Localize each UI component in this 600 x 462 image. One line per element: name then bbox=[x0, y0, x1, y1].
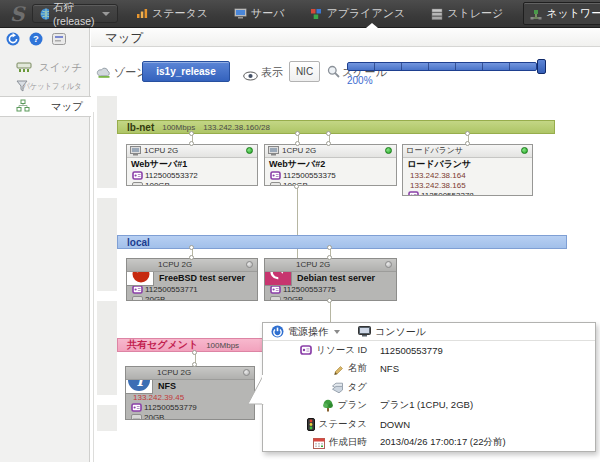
tree-icon bbox=[322, 399, 334, 412]
console-label: コンソール bbox=[375, 325, 426, 339]
popup-callout-arrow bbox=[247, 374, 264, 405]
server-detail-popup: 電源操作 コンソール リソース ID 112500553779 名前 NFS bbox=[262, 322, 596, 452]
power-icon bbox=[271, 325, 284, 338]
connector-dot bbox=[465, 141, 470, 146]
connector-dot bbox=[327, 298, 332, 303]
resource-id-row: 112500553771 bbox=[127, 285, 257, 294]
status-dot-up bbox=[385, 147, 392, 154]
popup-row-label: 名前 bbox=[348, 362, 367, 375]
switch-icon bbox=[16, 61, 32, 75]
popup-row-name: 名前 NFS bbox=[263, 360, 595, 379]
pen-icon bbox=[332, 363, 344, 375]
id-card-icon bbox=[270, 285, 281, 294]
status-chart-icon bbox=[136, 8, 148, 19]
zone-selector-label: 石狩(release) bbox=[53, 1, 98, 27]
tag-icon bbox=[331, 382, 344, 393]
brand-logo: S bbox=[10, 1, 24, 27]
segment-local[interactable]: local bbox=[117, 235, 567, 249]
id-card-icon bbox=[132, 171, 143, 180]
server-node-web1[interactable]: 1CPU 2G Webサーバ#1 112500553372 100GB bbox=[126, 144, 258, 186]
zone-selector-button[interactable]: 石狩(release) bbox=[32, 4, 117, 23]
menu-item-label: ストレージ bbox=[447, 6, 503, 21]
resource-id: 112500553771 bbox=[145, 285, 198, 294]
network-icon bbox=[530, 8, 542, 20]
sidebar-item-packet-filter[interactable]: パケットフィルタ bbox=[0, 78, 90, 96]
server-node-freebsd[interactable]: 1CPU 2G FreeBSD test server 112500553771… bbox=[126, 258, 258, 301]
load-balancer-node[interactable]: ロードバランサ ロードバランサ 133.242.38.164 133.242.3… bbox=[402, 144, 533, 196]
nic-view-button[interactable]: NIC bbox=[289, 61, 320, 82]
connector-dot bbox=[189, 255, 194, 260]
nic-view-label: NIC bbox=[296, 66, 313, 77]
menu-item-appliance[interactable]: アプライアンス bbox=[304, 3, 411, 24]
popup-row-label: リソース ID bbox=[316, 344, 367, 357]
appliance-icon bbox=[310, 8, 322, 20]
server-node-web2[interactable]: 1CPU 2G Webサーバ#2 112500553375 100GB bbox=[264, 144, 397, 186]
connector-dot bbox=[327, 245, 332, 250]
id-card-icon bbox=[408, 191, 419, 196]
server-node-nfs[interactable]: f 1CPU 2G NFS 133.242.39.45 112500553779… bbox=[125, 366, 255, 420]
id-card-icon bbox=[132, 285, 143, 294]
zone-value-button[interactable]: is1y_release bbox=[142, 61, 230, 82]
id-card-icon bbox=[300, 345, 312, 355]
traffic-light-icon bbox=[307, 418, 315, 431]
connector-dot bbox=[294, 184, 299, 189]
sidebar-item-map[interactable]: マップ bbox=[0, 96, 91, 117]
scale-slider-handle[interactable] bbox=[537, 59, 546, 74]
disk-size: 20GB bbox=[144, 413, 164, 420]
disk-row: 100GB bbox=[265, 181, 396, 186]
disk-icon bbox=[270, 182, 281, 187]
menu-item-status[interactable]: ステータス bbox=[130, 3, 214, 24]
sidebar-toolbar: ? bbox=[5, 31, 67, 47]
console-button[interactable]: コンソール bbox=[358, 325, 426, 339]
server-spec: 1CPU 2G bbox=[296, 259, 330, 271]
sidebar-item-label: スイッチ bbox=[39, 61, 82, 75]
menu-item-server[interactable]: サーバ bbox=[228, 3, 291, 24]
chevron-down-icon bbox=[102, 12, 110, 16]
magnifier-icon bbox=[327, 64, 340, 82]
segment-speed: 100Mbps bbox=[206, 341, 239, 350]
server-spec: 1CPU 2G bbox=[144, 145, 178, 157]
resource-id: 112500553372 bbox=[145, 171, 198, 180]
popup-row-label: 作成日時 bbox=[329, 436, 367, 449]
storage-icon bbox=[431, 8, 443, 20]
segment-name: local bbox=[127, 237, 150, 248]
disk-icon bbox=[270, 296, 281, 302]
sidebar-item-label: マップ bbox=[51, 100, 83, 114]
segment-name: lb-net bbox=[127, 122, 154, 133]
menu-item-storage[interactable]: ストレージ bbox=[425, 3, 509, 24]
globe-icon bbox=[40, 8, 49, 20]
status-dot-up bbox=[521, 147, 528, 154]
menu-item-label: サーバ bbox=[251, 6, 285, 21]
content-header: マップ bbox=[91, 28, 600, 47]
menu-item-label: ステータス bbox=[152, 6, 208, 21]
help-button[interactable]: ? bbox=[28, 31, 44, 47]
disk-icon bbox=[132, 182, 143, 187]
node-type-label: ロードバランサ bbox=[406, 145, 463, 157]
page-title: マップ bbox=[105, 30, 143, 47]
resource-id: 112500553375 bbox=[283, 171, 336, 180]
server-node-debian[interactable]: 1CPU 2G Debian test server 112500553775 … bbox=[264, 258, 397, 301]
menu-item-network[interactable]: ネットワーク bbox=[523, 2, 600, 25]
server-node-header: 1CPU 2G bbox=[127, 145, 257, 158]
popup-row-value: 112500553779 bbox=[380, 345, 443, 356]
segment-margin-strip bbox=[97, 301, 117, 395]
sidebar-item-label: パケットフィルタ bbox=[23, 81, 82, 93]
connector-dot bbox=[465, 131, 470, 136]
power-operations-button[interactable]: 電源操作 bbox=[271, 325, 340, 339]
sidebar-item-switch[interactable]: スイッチ bbox=[0, 59, 90, 77]
connector-dot bbox=[189, 131, 194, 136]
monitor-icon bbox=[268, 146, 279, 156]
main-menu: ステータス サーバ アプライアンス ストレージ ネットワーク bbox=[130, 2, 600, 25]
refresh-button[interactable] bbox=[5, 31, 21, 47]
connector-dot bbox=[189, 245, 194, 250]
feedback-window-button[interactable] bbox=[51, 31, 67, 47]
scale-slider-track[interactable] bbox=[347, 62, 537, 71]
window-icon bbox=[52, 33, 66, 45]
disk-row: 20GB bbox=[127, 295, 257, 301]
resource-id-row: 112500553375 bbox=[265, 171, 396, 180]
resource-id: 112500553779 bbox=[144, 403, 197, 412]
monitor-icon bbox=[130, 146, 141, 156]
power-operations-label: 電源操作 bbox=[288, 325, 328, 339]
segment-lb-net[interactable]: lb-net 100Mbps 133.242.38.160/28 bbox=[117, 120, 555, 134]
status-dot-up bbox=[246, 147, 253, 154]
